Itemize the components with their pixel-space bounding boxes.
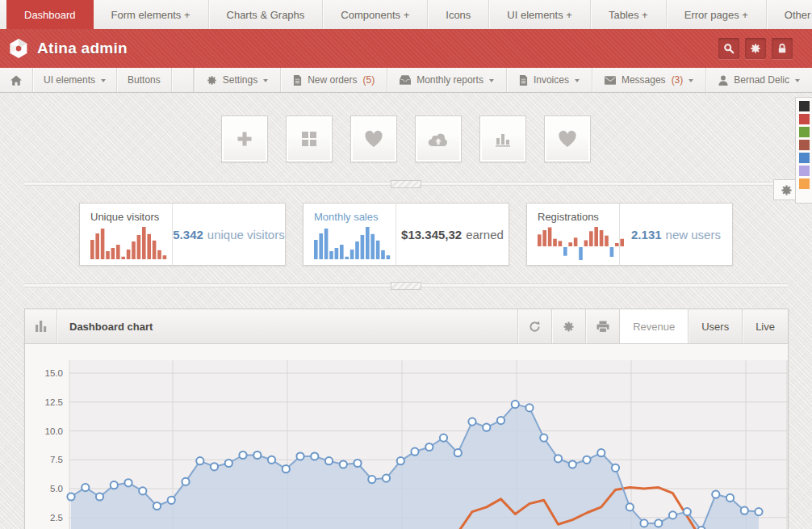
topnav-item-charts-graphs[interactable]: Charts & Graphs (209, 0, 324, 29)
inbox-icon (400, 75, 411, 85)
breadcrumb-home[interactable] (0, 68, 33, 92)
quick-upload-button[interactable] (415, 115, 462, 162)
printer-icon (596, 321, 609, 333)
topnav-item-ui-elements[interactable]: UI elements + (489, 0, 591, 29)
section-divider (24, 182, 788, 186)
theme-switcher-panel (795, 97, 812, 204)
menu-user[interactable]: Bernad Delic (705, 68, 812, 92)
brand-actions (718, 38, 804, 59)
quick-add-button[interactable] (221, 115, 268, 162)
chevron-down-icon (795, 79, 800, 82)
menu-item-label: Bernad Delic (734, 74, 789, 86)
search-icon (723, 43, 735, 54)
print-button[interactable] (585, 309, 619, 343)
stat-value-suffix: new users (666, 228, 721, 241)
cloud-upload-icon (428, 131, 449, 147)
settings-button[interactable] (745, 38, 766, 59)
breadcrumb-ui-elements[interactable]: UI elements (33, 68, 117, 92)
breadcrumb-buttons[interactable]: Buttons (117, 68, 172, 92)
subnav-menu: Settings New orders (5) Monthly reports … (194, 68, 812, 92)
chevron-down-icon (689, 79, 693, 82)
refresh-button[interactable] (517, 309, 551, 343)
quick-grid-button[interactable] (286, 115, 333, 162)
svg-text:2.5: 2.5 (50, 513, 63, 523)
stat-value: 2.131 (631, 228, 662, 241)
chevron-down-icon (575, 79, 580, 82)
bar-chart-icon (35, 320, 48, 333)
gear-icon (781, 184, 793, 196)
user-icon (718, 75, 728, 86)
theme-swatch-orange[interactable] (799, 178, 810, 189)
search-button[interactable] (718, 38, 739, 59)
stat-value: 5.342 (173, 228, 203, 241)
quick-actions-row (0, 93, 812, 162)
topnav-item-icons[interactable]: Icons (428, 0, 489, 29)
stat-card-unique-visitors: Unique visitors 5.342 unique visitors (79, 203, 286, 266)
menu-monthly-reports[interactable]: Monthly reports (387, 68, 506, 92)
heart-icon (364, 130, 383, 148)
theme-swatch-red[interactable] (799, 114, 810, 124)
menu-invoices[interactable]: Invoices (506, 68, 592, 92)
document-icon (293, 75, 302, 86)
topnav-item-error-pages[interactable]: Error pages + (667, 0, 767, 29)
tab-users[interactable]: Users (688, 309, 742, 343)
menu-settings[interactable]: Settings (194, 68, 280, 92)
home-icon (10, 75, 22, 86)
divider-drag-handle[interactable] (391, 180, 421, 188)
stats-row: Unique visitors 5.342 unique visitors Mo… (0, 203, 812, 266)
menu-item-label: New orders (308, 74, 357, 86)
topnav-item-dashboard[interactable]: Dashboard (6, 0, 94, 29)
svg-text:15.0: 15.0 (45, 368, 63, 378)
quick-favorite-button[interactable] (350, 115, 397, 162)
menu-new-orders[interactable]: New orders (5) (280, 68, 387, 92)
chevron-down-icon (101, 79, 106, 82)
divider-drag-handle[interactable] (391, 282, 421, 290)
topnav-item-other-pages[interactable]: Other pages + (767, 0, 812, 29)
messages-count-badge: (3) (672, 74, 684, 86)
stat-title: Registrations (538, 211, 619, 223)
dashboard-chart-panel: Dashboard chart Revenue Users Live 2.55.… (24, 309, 789, 529)
svg-text:10.0: 10.0 (45, 426, 63, 436)
chevron-down-icon (489, 79, 494, 82)
plus-icon (235, 129, 254, 149)
new-orders-count-badge: (5) (363, 74, 375, 86)
quick-likes-button[interactable] (544, 115, 591, 162)
menu-item-label: Monthly reports (416, 74, 483, 86)
gear-icon (750, 43, 761, 54)
app-logo-icon (8, 38, 29, 59)
registrations-sparkline (538, 227, 626, 261)
topnav-item-components[interactable]: Components + (323, 0, 428, 29)
svg-text:12.5: 12.5 (45, 397, 63, 407)
lock-button[interactable] (772, 38, 793, 59)
tab-live[interactable]: Live (742, 309, 788, 343)
app-title: Atina admin (37, 40, 128, 57)
theme-swatch-purple[interactable] (799, 166, 810, 176)
stat-title: Unique visitors (90, 211, 172, 223)
chart-settings-button[interactable] (551, 309, 585, 343)
brand-header: Atina admin (0, 29, 812, 68)
stat-title: Monthly sales (314, 211, 396, 223)
theme-swatch-brown[interactable] (799, 140, 810, 150)
theme-swatch-blue[interactable] (799, 153, 810, 163)
gear-icon (207, 75, 217, 86)
dashboard-page: { "top_nav": { "items": [ {"label": "Das… (0, 0, 812, 529)
breadcrumb-label: Buttons (128, 74, 161, 86)
section-divider (24, 283, 788, 288)
topnav-item-tables[interactable]: Tables + (591, 0, 667, 29)
menu-item-label: Invoices (534, 74, 569, 86)
dashboard-line-chart: 2.55.07.510.012.515.0 (25, 344, 788, 529)
bar-chart-icon (494, 130, 512, 148)
menu-item-label: Messages (622, 74, 666, 86)
chart-panel-title: Dashboard chart (57, 309, 165, 343)
heart-icon (558, 130, 577, 148)
svg-text:7.5: 7.5 (50, 455, 63, 464)
panel-header-filler (165, 309, 517, 343)
menu-messages[interactable]: Messages (3) (592, 68, 705, 92)
quick-stats-button[interactable] (479, 115, 526, 162)
theme-swatch-green[interactable] (799, 127, 810, 137)
svg-text:5.0: 5.0 (50, 484, 63, 493)
theme-swatch-dark[interactable] (799, 101, 810, 111)
tab-revenue[interactable]: Revenue (619, 309, 688, 343)
topnav-item-form-elements[interactable]: Form elements + (94, 0, 209, 29)
unique-visitors-sparkline (90, 227, 168, 261)
